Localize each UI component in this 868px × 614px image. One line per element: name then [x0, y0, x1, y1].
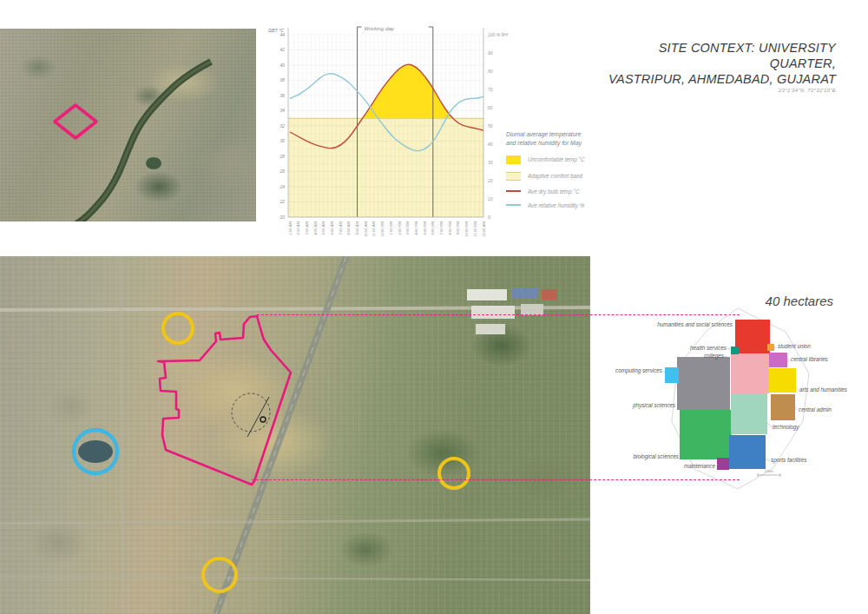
survey-line [247, 397, 269, 437]
legend-row-uncomfortable: Uncomfortable temp °C [506, 155, 628, 164]
label-biological-sciences: biological sciences [633, 453, 679, 460]
svg-text:3:00 AM: 3:00 AM [305, 221, 309, 235]
legend-title-line1: Diurnal average temperature [506, 130, 628, 139]
svg-text:42: 42 [279, 47, 285, 52]
survey-dashed-circle [232, 393, 270, 432]
legend-row-humidity: Ave relative humidity % [506, 202, 628, 208]
road-far-south [0, 577, 590, 580]
svg-text:4:00 PM: 4:00 PM [414, 221, 418, 235]
industrial-buildings [467, 287, 557, 334]
block-physical-sciences [677, 357, 730, 410]
svg-text:12:00 PM: 12:00 PM [380, 221, 385, 237]
svg-text:34: 34 [279, 108, 285, 113]
left-axis-label: DBT °C [268, 28, 284, 33]
svg-text:40: 40 [488, 142, 493, 147]
svg-text:5:00 PM: 5:00 PM [423, 221, 427, 235]
label-physical-sciences: physical sciences [632, 402, 676, 409]
svg-text:11:00 AM: 11:00 AM [372, 221, 376, 236]
svg-text:0: 0 [488, 215, 490, 220]
label-colleges: colleges [704, 353, 725, 360]
leader-arts-and-humanities [796, 386, 799, 390]
svg-text:20: 20 [279, 215, 285, 220]
park-patch [146, 157, 161, 169]
block-central-admin [771, 394, 795, 420]
block-colleges [731, 353, 769, 393]
page-title-line2: VASTRIPUR, AHMEDABAD, GUJARAT [608, 71, 836, 87]
land-use-diagram-svg: humanities and social sciencescollegesce… [608, 291, 868, 499]
svg-text:6:00 PM: 6:00 PM [431, 221, 435, 235]
label-maintenance: maintenance [684, 463, 716, 469]
svg-text:12:00 AM: 12:00 AM [482, 221, 486, 237]
uncomfortable-swatch [506, 155, 521, 164]
block-biological-sciences [680, 410, 732, 459]
svg-text:30: 30 [488, 160, 493, 165]
block-health-services [731, 347, 739, 354]
block-technology [731, 393, 767, 434]
svg-text:3:00 PM: 3:00 PM [405, 221, 410, 235]
svg-text:50: 50 [488, 123, 493, 129]
right-axis-label: 100 % RH [488, 32, 508, 37]
working-day-label: Working day [365, 25, 395, 31]
site-map-overlay [0, 256, 590, 614]
legend-row-comfort-band: Adaptive comfort band [506, 172, 628, 181]
label-sports-facilities: sports facilities [771, 457, 807, 464]
legend-label: Uncomfortable temp °C [528, 156, 585, 162]
site-coordinates: 23°1'34"N, 72°32'10"E [608, 88, 836, 93]
poi-circle-east [439, 459, 469, 488]
land-use-diagram: humanities and social sciencescollegesce… [608, 291, 868, 499]
legend-title-line2: and relative humidity for May [506, 139, 628, 148]
climate-chart: Working day20222426283032343638404244DBT… [256, 16, 516, 248]
svg-text:28: 28 [279, 154, 285, 159]
svg-text:10:00 PM: 10:00 PM [464, 221, 469, 237]
svg-text:22: 22 [279, 199, 285, 204]
city-overview-map [0, 29, 256, 221]
svg-text:2:00 PM: 2:00 PM [398, 221, 402, 236]
diagram-blocks [665, 320, 796, 470]
svg-text:20: 20 [487, 178, 493, 183]
svg-text:9:00 PM: 9:00 PM [456, 221, 460, 235]
leader-computing-services [663, 371, 665, 373]
humidity-line-swatch [506, 204, 521, 206]
lake [78, 440, 113, 463]
svg-text:4:00 AM: 4:00 AM [313, 221, 318, 235]
legend-label: Adaptive comfort band [528, 173, 582, 179]
svg-text:9:00 AM: 9:00 AM [355, 221, 359, 235]
x-axis-labels: 1:00 AM2:00 AM3:00 AM4:00 AM5:00 AM6:00 … [288, 221, 486, 236]
svg-text:10: 10 [488, 196, 493, 201]
legend-label: Ave relative humidity % [528, 202, 584, 208]
svg-text:5:00 AM: 5:00 AM [321, 221, 326, 235]
leader-technology [767, 423, 772, 427]
title-block: SITE CONTEXT: UNIVERSITY QUARTER, VASTRI… [608, 40, 836, 93]
block-maintenance [717, 458, 729, 470]
river [30, 62, 211, 221]
svg-text:36: 36 [279, 93, 285, 98]
poi-circle-north [163, 314, 193, 343]
svg-text:24: 24 [279, 184, 285, 189]
legend-label: Ave dry bulb temp °C [528, 188, 579, 195]
site-satellite-map [0, 256, 590, 614]
svg-text:80: 80 [488, 69, 493, 74]
svg-text:2:00 AM: 2:00 AM [296, 221, 300, 236]
svg-text:1:00 PM: 1:00 PM [389, 221, 393, 235]
legend-row-dry-bulb: Ave dry bulb temp °C [506, 188, 628, 195]
svg-text:8:00 AM: 8:00 AM [346, 221, 351, 235]
label-central-admin: central admin [799, 406, 832, 413]
svg-text:70: 70 [488, 87, 493, 92]
svg-text:6:00 AM: 6:00 AM [330, 221, 334, 235]
svg-text:7:00 PM: 7:00 PM [439, 221, 444, 235]
svg-text:32: 32 [279, 123, 285, 129]
label-technology: technology [773, 424, 799, 431]
block-arts-and-humanities [769, 368, 796, 393]
block-humanities-and-social-sciences [735, 320, 770, 353]
chart-legend: Diurnal average temperature and relative… [506, 130, 628, 208]
svg-text:90: 90 [488, 50, 493, 56]
svg-text:10:00 AM: 10:00 AM [364, 221, 368, 237]
svg-text:26: 26 [279, 168, 285, 174]
block-sports-facilities [729, 435, 766, 469]
overview-map-overlay [0, 29, 256, 221]
survey-point [260, 417, 266, 422]
page-title-line1: SITE CONTEXT: UNIVERSITY QUARTER, [608, 40, 836, 71]
label-student-union: student union [778, 343, 811, 349]
river-highlight [30, 62, 211, 221]
dry-bulb-line-swatch [506, 190, 521, 192]
